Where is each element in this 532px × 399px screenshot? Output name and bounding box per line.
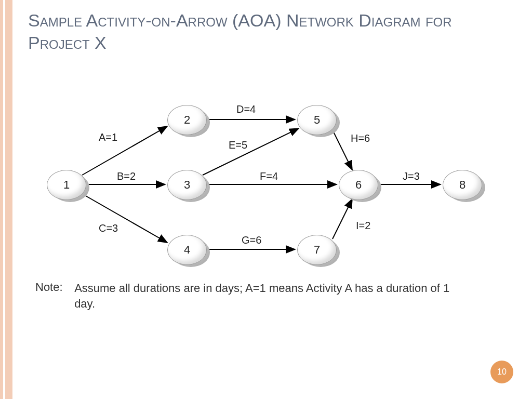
node-8: 8	[443, 170, 481, 199]
left-accent-thin	[0, 0, 3, 399]
svg-line-8	[332, 130, 352, 170]
node-4: 4	[167, 235, 206, 264]
edge-label-I: I=2	[356, 220, 370, 232]
slide-title: Sample Activity-on-Arrow (AOA) Network D…	[28, 9, 496, 54]
edge-label-B: B=2	[117, 170, 136, 182]
note-text: Assume all durations are in days; A=1 me…	[72, 281, 459, 311]
node-7: 7	[297, 235, 336, 264]
node-2: 2	[167, 105, 206, 134]
page-number-badge: 10	[490, 361, 513, 383]
note-label: Note:	[35, 281, 69, 294]
node-1: 1	[47, 170, 85, 199]
left-accent-bold	[5, 0, 12, 399]
node-1-label: 1	[47, 170, 86, 200]
diagram-note: Note: Assume all durations are in days; …	[35, 281, 461, 311]
node-6-label: 6	[339, 170, 378, 200]
svg-line-5	[203, 128, 299, 175]
edge-label-C: C=3	[99, 222, 118, 234]
node-8-label: 8	[443, 170, 482, 200]
node-7-label: 7	[297, 235, 337, 265]
edge-label-J: J=3	[403, 170, 420, 182]
node-5: 5	[297, 105, 336, 134]
node-6: 6	[339, 170, 377, 199]
svg-line-3	[82, 194, 167, 243]
svg-line-9	[332, 199, 352, 239]
edge-label-F: F=4	[260, 170, 278, 182]
edge-label-D: D=4	[236, 103, 256, 115]
edge-label-A: A=1	[99, 131, 117, 143]
edge-label-H: H=6	[351, 132, 370, 144]
edge-label-E: E=5	[229, 139, 247, 151]
svg-line-1	[82, 126, 167, 175]
node-3-label: 3	[167, 170, 207, 200]
edge-label-G: G=6	[242, 234, 261, 246]
node-4-label: 4	[167, 235, 207, 265]
aoa-network-diagram: 1 2 3 4 5 6 7 8 A=1 B=2 C=3 D=4 E=5 F=4 …	[36, 81, 494, 278]
node-5-label: 5	[297, 105, 337, 135]
node-2-label: 2	[167, 105, 207, 135]
node-3: 3	[167, 170, 206, 199]
